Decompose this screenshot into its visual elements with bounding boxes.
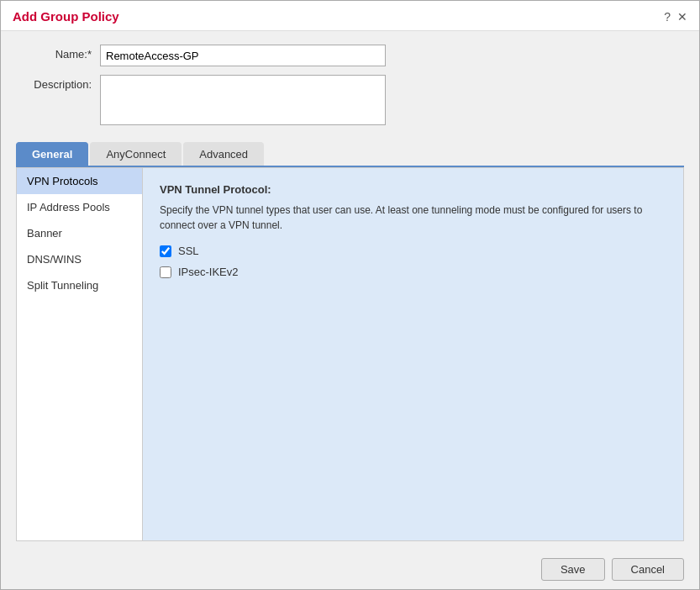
sidebar-item-vpn-protocols[interactable]: VPN Protocols xyxy=(17,168,142,194)
panel-description: Specify the VPN tunnel types that user c… xyxy=(160,203,666,233)
sidebar: VPN Protocols IP Address Pools Banner DN… xyxy=(17,168,143,540)
panel-title: VPN Tunnel Protocol: xyxy=(160,183,666,196)
description-label: Description: xyxy=(16,75,100,91)
ssl-checkbox-row: SSL xyxy=(160,245,666,257)
dialog-title: Add Group Policy xyxy=(13,9,119,24)
sidebar-item-ip-address-pools[interactable]: IP Address Pools xyxy=(17,194,142,220)
dialog-body: Name:* Description: General AnyConnect A… xyxy=(1,31,699,550)
close-icon[interactable]: ✕ xyxy=(677,10,687,24)
ipsec-label: IPsec-IKEv2 xyxy=(178,266,239,278)
name-row: Name:* xyxy=(16,45,684,66)
tab-advanced[interactable]: Advanced xyxy=(183,142,264,166)
name-label: Name:* xyxy=(16,45,100,61)
sidebar-item-banner[interactable]: Banner xyxy=(17,220,142,246)
save-button[interactable]: Save xyxy=(541,558,605,581)
description-textarea[interactable] xyxy=(100,75,386,125)
cancel-button[interactable]: Cancel xyxy=(612,558,684,581)
sidebar-item-dns-wins[interactable]: DNS/WINS xyxy=(17,246,142,272)
name-input[interactable] xyxy=(100,45,386,66)
dialog-titlebar: Add Group Policy ? ✕ xyxy=(1,1,699,31)
add-group-policy-dialog: Add Group Policy ? ✕ Name:* Description:… xyxy=(0,0,700,590)
sidebar-item-split-tunneling[interactable]: Split Tunneling xyxy=(17,272,142,298)
dialog-controls: ? ✕ xyxy=(664,10,687,24)
help-icon[interactable]: ? xyxy=(664,10,671,24)
ssl-checkbox[interactable] xyxy=(160,245,171,257)
description-row: Description: xyxy=(16,75,684,125)
tab-anyconnect[interactable]: AnyConnect xyxy=(90,142,182,166)
main-panel: VPN Tunnel Protocol: Specify the VPN tun… xyxy=(143,168,683,540)
ipsec-checkbox-row: IPsec-IKEv2 xyxy=(160,266,666,278)
tabs-bar: General AnyConnect Advanced xyxy=(16,142,684,167)
ipsec-checkbox[interactable] xyxy=(160,266,171,278)
dialog-footer: Save Cancel xyxy=(1,550,699,589)
tab-content: VPN Protocols IP Address Pools Banner DN… xyxy=(16,167,684,541)
tab-general[interactable]: General xyxy=(16,142,88,166)
ssl-label: SSL xyxy=(178,245,199,257)
